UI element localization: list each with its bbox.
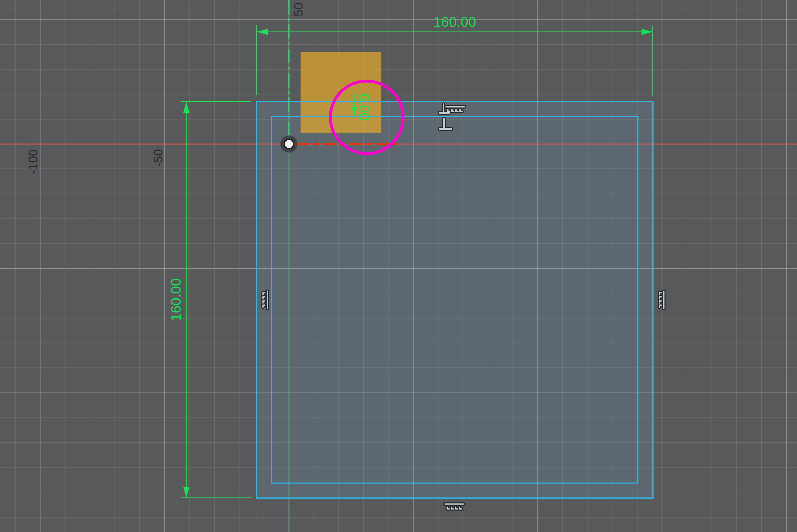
collinear-constraint-icon-left[interactable] — [263, 291, 267, 309]
constraint-icon-group-top[interactable] — [440, 104, 464, 113]
collinear-constraint-icon-right[interactable] — [660, 291, 664, 309]
arrow-up-icon — [183, 102, 189, 113]
collinear-constraint-icon-bottom[interactable] — [445, 504, 463, 509]
dimension-width-label[interactable]: 160.00 — [433, 14, 476, 30]
arrow-right-icon — [642, 29, 652, 35]
dimension-height-label[interactable]: 160.00 — [168, 278, 183, 321]
sketch-scene: 160.00 160.00 6.00 -100 -50 50 — [0, 0, 797, 532]
origin-point[interactable] — [280, 135, 297, 153]
dimension-height: 160.00 — [168, 101, 252, 498]
grid-label-y-50: 50 — [292, 3, 305, 16]
sketch-profile-fill[interactable] — [257, 101, 653, 498]
grid-label-x-neg-100: -100 — [26, 149, 40, 174]
grid-label-x-neg-50: -50 — [151, 149, 165, 167]
dimension-offset-label[interactable]: 6.00 — [356, 93, 372, 120]
sketch-canvas: 160.00 160.00 6.00 -100 -50 50 — [0, 0, 797, 532]
arrow-down-icon — [183, 487, 189, 497]
arrow-left-icon — [257, 29, 268, 35]
origin-dot[interactable] — [284, 139, 294, 149]
